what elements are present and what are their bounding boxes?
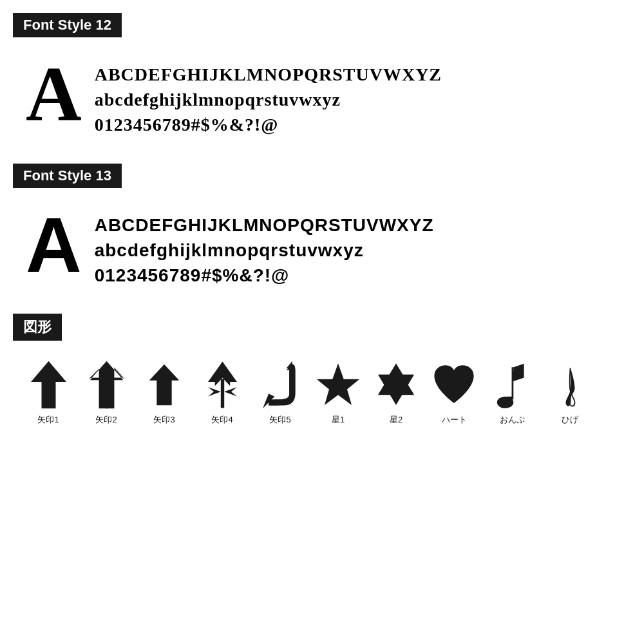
font-style-13-char-lines: ABCDEFGHIJKLMNOPQRSTUVWXYZ abcdefghijklm… (95, 206, 434, 289)
shape-item-arrow5: 矢印5 (251, 359, 309, 426)
music-icon (489, 359, 535, 410)
arrow1-label: 矢印1 (37, 414, 59, 426)
svg-rect-17 (512, 367, 514, 399)
svg-point-16 (497, 396, 513, 408)
font-style-13-lowercase: abcdefghijklmnopqrstuvwxyz (95, 238, 434, 263)
svg-marker-3 (90, 361, 122, 408)
font-style-12-big-letter: A (26, 55, 82, 133)
font-style-12-numbers: 0123456789#$%&?!@ (95, 112, 442, 137)
shape-item-arrow2: 矢印2 (77, 359, 135, 426)
font-style-12-char-lines: ABCDEFGHIJKLMNOPQRSTUVWXYZ abcdefghijklm… (95, 55, 442, 138)
svg-marker-10 (224, 387, 237, 396)
shape-item-star1: 星1 (309, 359, 367, 426)
arrow2-label: 矢印2 (95, 414, 117, 426)
shapes-grid: 矢印1 矢印2 (13, 352, 631, 432)
font-style-12-demo: A ABCDEFGHIJKLMNOPQRSTUVWXYZ abcdefghijk… (13, 49, 631, 144)
music-label: おんぷ (500, 414, 525, 426)
font-style-12-lowercase: abcdefghijklmnopqrstuvwxyz (95, 87, 442, 112)
shape-item-star2: 星2 (367, 359, 425, 426)
font-style-13-uppercase: ABCDEFGHIJKLMNOPQRSTUVWXYZ (95, 213, 434, 238)
star2-icon (374, 359, 419, 410)
svg-marker-0 (31, 361, 66, 408)
star1-icon (316, 359, 361, 410)
shape-item-heart: ハート (425, 359, 483, 426)
mustache-icon (547, 359, 592, 410)
shape-item-arrow3: 矢印3 (135, 359, 193, 426)
arrow3-icon (142, 359, 187, 410)
shape-item-arrow4: 矢印4 (193, 359, 251, 426)
font-style-12-section: Font Style 12 A ABCDEFGHIJKLMNOPQRSTUVWX… (13, 13, 631, 144)
arrow4-label: 矢印4 (211, 414, 232, 426)
font-style-13-numbers: 0123456789#$%&?!@ (95, 263, 434, 288)
svg-marker-6 (149, 364, 180, 404)
font-style-12-header: Font Style 12 (13, 13, 122, 37)
shapes-section: 図形 矢印1 (13, 314, 631, 432)
arrow3-label: 矢印3 (153, 414, 175, 426)
shape-item-music: おんぷ (483, 359, 541, 426)
star1-label: 星1 (332, 414, 345, 426)
svg-marker-18 (513, 363, 524, 381)
font-style-12-uppercase: ABCDEFGHIJKLMNOPQRSTUVWXYZ (95, 62, 442, 87)
shapes-header: 図形 (13, 314, 62, 341)
star2-label: 星2 (390, 414, 402, 426)
heart-icon (431, 359, 477, 410)
font-style-13-demo: A ABCDEFGHIJKLMNOPQRSTUVWXYZ abcdefghijk… (13, 200, 631, 295)
heart-label: ハート (442, 414, 467, 426)
svg-rect-7 (220, 379, 223, 408)
arrow5-icon (258, 359, 303, 410)
arrow4-icon (200, 359, 245, 410)
shape-item-arrow1: 矢印1 (19, 359, 77, 426)
arrow5-label: 矢印5 (269, 414, 290, 426)
arrow2-icon (84, 359, 129, 410)
font-style-13-section: Font Style 13 A ABCDEFGHIJKLMNOPQRSTUVWX… (13, 164, 631, 295)
font-style-13-header: Font Style 13 (13, 164, 122, 188)
svg-marker-12 (317, 363, 360, 405)
svg-marker-9 (208, 387, 221, 396)
mustache-label: ひげ (562, 414, 578, 426)
arrow1-icon (26, 359, 71, 410)
font-style-13-big-letter: A (26, 206, 82, 283)
shape-item-mustache: ひげ (541, 359, 599, 426)
